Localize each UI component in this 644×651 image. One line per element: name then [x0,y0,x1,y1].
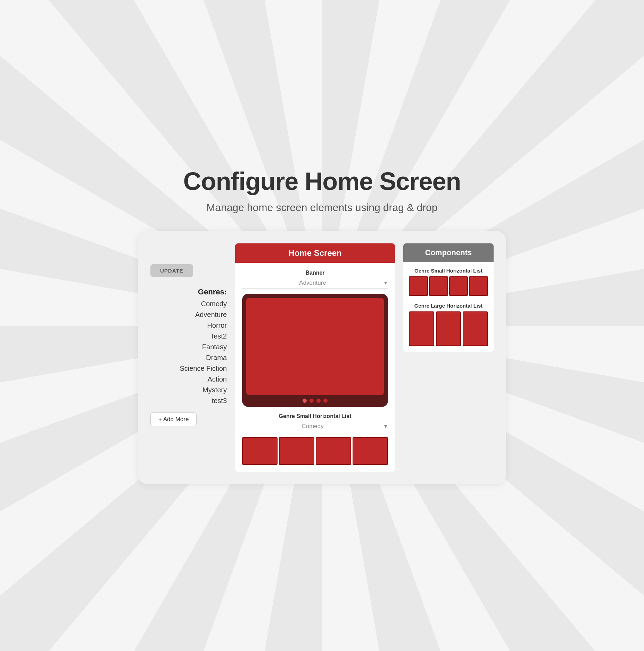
genre-item-fantasy: Fantasy [150,342,227,352]
comp-small-item-3 [449,276,468,296]
add-more-button[interactable]: + Add More [150,412,197,426]
main-card: UPDATE Genres: Comedy Adventure Horror T… [138,231,506,484]
update-button[interactable]: UPDATE [150,264,193,277]
comp-large-list-item[interactable]: Genre Large Horizontal List [409,303,488,346]
comp-small-item-1 [409,276,428,296]
home-screen-panel: Home Screen Banner Adventure ▼ [235,243,395,472]
banner-dropdown[interactable]: Adventure ▼ [242,279,388,289]
comp-small-item-4 [469,276,488,296]
banner-section: Banner Adventure ▼ [242,270,388,413]
page-wrapper: Configure Home Screen Manage home screen… [131,153,513,498]
comp-large-list-preview [409,311,488,346]
comp-large-item-1 [409,311,434,346]
genre-small-list-label: Genre Small Horizontal List [242,413,388,419]
comp-small-list-label: Genre Small Horizontal List [409,268,488,274]
genres-panel: UPDATE Genres: Comedy Adventure Horror T… [150,243,227,426]
genre-item-drama: Drama [150,352,227,363]
small-list-preview [242,437,388,465]
banner-dropdown-arrow: ▼ [383,280,388,286]
genre-item-science-fiction: Science Fiction [150,363,227,374]
phone-dot-4 [323,399,328,403]
phone-mockup [242,294,388,407]
genre-item-test2: Test2 [150,331,227,342]
page-title: Configure Home Screen [183,167,461,195]
small-list-item-2 [279,437,314,465]
components-panel: Components Genre Small Horizontal List G… [403,243,494,352]
banner-label: Banner [242,270,388,276]
genre-item-action: Action [150,374,227,385]
comp-large-item-2 [436,311,461,346]
genre-small-list-dropdown[interactable]: Comedy ▼ [242,423,388,432]
small-list-item-3 [316,437,351,465]
genre-item-comedy: Comedy [150,299,227,309]
genre-small-list-section: Genre Small Horizontal List Comedy ▼ [242,413,388,465]
genre-item-mystery: Mystery [150,385,227,395]
phone-dot-1 [303,399,307,403]
home-screen-body: Banner Adventure ▼ [235,263,395,472]
phone-screen [246,298,384,395]
components-header: Components [403,243,494,262]
comp-large-list-label: Genre Large Horizontal List [409,303,488,309]
genre-item-horror: Horror [150,320,227,331]
genres-title: Genres: [150,287,227,297]
comp-large-item-3 [463,311,488,346]
genre-item-test3: test3 [150,395,227,406]
banner-dropdown-value: Adventure [242,279,383,286]
genres-list: Genres: Comedy Adventure Horror Test2 Fa… [150,287,227,406]
phone-dot-3 [316,399,321,403]
comp-small-list-item[interactable]: Genre Small Horizontal List [409,268,488,296]
phone-dots [246,399,384,403]
comp-small-item-2 [429,276,448,296]
components-body: Genre Small Horizontal List Genre Large … [403,262,494,352]
comp-small-list-preview [409,276,488,296]
page-subtitle: Manage home screen elements using drag &… [206,202,437,214]
home-screen-header: Home Screen [235,243,395,263]
small-list-item-4 [353,437,388,465]
genre-item-adventure: Adventure [150,309,227,320]
genre-small-list-dropdown-arrow: ▼ [383,424,388,429]
phone-dot-2 [309,399,314,403]
small-list-item-1 [242,437,278,465]
genre-small-list-dropdown-value: Comedy [242,423,383,430]
